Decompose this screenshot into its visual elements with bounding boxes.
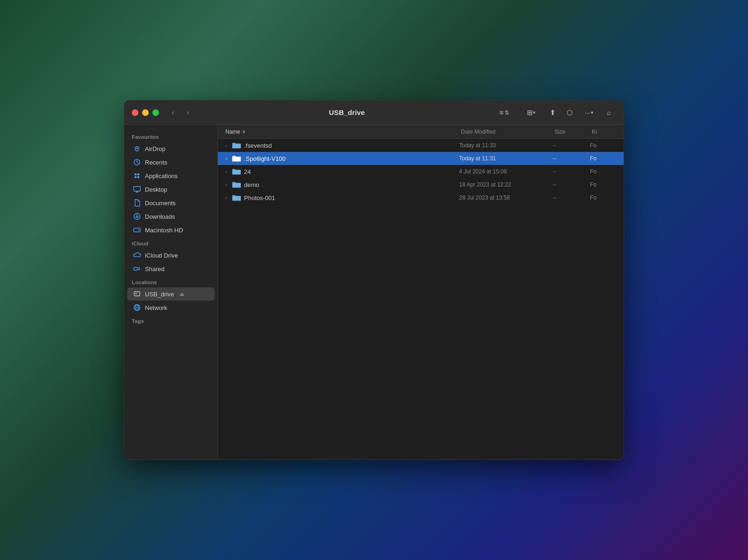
icloud-drive-label: iCloud Drive [145, 252, 178, 259]
file-date-label: 18 Apr 2023 at 12:22 [459, 181, 553, 188]
forward-button[interactable]: › [181, 106, 194, 119]
file-kind-label: Fo [590, 181, 618, 188]
sidebar-item-recents[interactable]: Recents [127, 156, 215, 169]
sidebar: Favourites AirDrop [124, 125, 218, 459]
sidebar-item-desktop[interactable]: Desktop [127, 183, 215, 196]
sidebar-item-documents[interactable]: Documents [127, 196, 215, 209]
table-row[interactable]: › demo 18 Apr 2023 at 12:22 -- Fo [218, 178, 624, 191]
svg-point-0 [136, 148, 138, 151]
traffic-lights [132, 109, 159, 116]
file-kind-label: Fo [590, 155, 618, 162]
downloads-label: Downloads [145, 213, 175, 220]
svg-rect-2 [134, 187, 140, 191]
close-button[interactable] [132, 109, 138, 116]
sidebar-item-icloud-drive[interactable]: iCloud Drive [127, 249, 215, 262]
folder-icon [232, 168, 241, 175]
file-name-cell: › Photos-001 [223, 194, 459, 201]
file-kind-label: Fo [590, 142, 618, 149]
sidebar-item-usb-drive[interactable]: USB_drive ⏏ [127, 287, 215, 301]
sidebar-item-network[interactable]: Network [127, 301, 215, 314]
recents-icon [133, 158, 141, 166]
sidebar-item-macintosh-hd[interactable]: Macintosh HD [127, 223, 215, 237]
sidebar-item-airdrop[interactable]: AirDrop [127, 142, 215, 155]
airdrop-label: AirDrop [145, 145, 165, 152]
sidebar-item-shared[interactable]: Shared [127, 262, 215, 275]
file-name-label: 24 [244, 168, 251, 175]
expand-arrow-icon[interactable]: › [223, 169, 229, 174]
table-row[interactable]: › 24 4 Jul 2024 at 15:08 -- Fo [218, 165, 624, 178]
desktop-icon [133, 185, 141, 194]
file-name-cell: › demo [223, 181, 459, 188]
sidebar-item-applications[interactable]: Applications [127, 169, 215, 182]
documents-label: Documents [145, 200, 176, 207]
folder-icon [232, 194, 241, 201]
file-date-label: 4 Jul 2024 at 15:08 [459, 168, 553, 175]
column-headers: Name ∨ Date Modified Size Ki [218, 125, 624, 139]
forward-arrow-icon: › [187, 108, 189, 117]
recents-label: Recents [145, 159, 167, 166]
back-button[interactable]: ‹ [166, 106, 180, 119]
date-column-header[interactable]: Date Modified [459, 129, 553, 135]
maximize-button[interactable] [152, 109, 159, 116]
folder-icon [232, 155, 241, 162]
applications-label: Applications [145, 172, 178, 179]
size-column-header[interactable]: Size [553, 129, 590, 135]
finder-window: ‹ › USB_drive ≡ ⇅ ⊞ ▾ ⬆ ⬡ ··· [124, 100, 624, 460]
network-label: Network [145, 304, 167, 311]
file-name-label: .fseventsd [244, 142, 272, 149]
svg-rect-8 [135, 293, 137, 294]
network-icon [133, 303, 141, 312]
expand-arrow-icon[interactable]: › [223, 143, 229, 148]
svg-rect-6 [134, 267, 137, 270]
back-arrow-icon: ‹ [172, 108, 174, 117]
more-button[interactable]: ··· ▾ [579, 106, 599, 119]
name-column-header[interactable]: Name ∨ [223, 129, 459, 135]
list-view-button[interactable]: ≡ ⇅ [492, 106, 517, 119]
usb-drive-icon [133, 290, 141, 298]
sort-icon: ⇅ [504, 109, 509, 116]
file-kind-label: Fo [590, 194, 618, 201]
macintosh-hd-icon [133, 226, 141, 234]
folder-icon [232, 142, 241, 149]
file-name-cell: › .Spotlight-V100 [223, 155, 459, 162]
empty-rows [218, 204, 624, 401]
eject-button[interactable]: ⏏ [180, 291, 184, 297]
tag-icon: ⬡ [567, 108, 573, 117]
file-date-label: Today at 11:33 [459, 142, 553, 149]
search-button[interactable]: ⌕ [601, 106, 616, 119]
file-name-label: Photos-001 [244, 194, 275, 201]
folder-icon [232, 181, 241, 188]
tag-button[interactable]: ⬡ [562, 106, 577, 119]
table-row[interactable]: › .Spotlight-V100 Today at 11:31 -- Fo [218, 152, 624, 165]
files-container: › .fseventsd Today at 11:33 -- Fo › [218, 139, 624, 459]
shared-label: Shared [145, 266, 165, 273]
file-name-label: demo [244, 181, 259, 188]
window-title: USB_drive [202, 108, 492, 116]
file-name-cell: › 24 [223, 168, 459, 175]
table-row[interactable]: › Photos-001 28 Jul 2023 at 13:58 -- Fo [218, 191, 624, 204]
icloud-drive-icon [133, 251, 141, 259]
toolbar-actions: ≡ ⇅ ⊞ ▾ ⬆ ⬡ ··· ▾ ⌕ [492, 106, 616, 119]
expand-arrow-icon[interactable]: › [223, 182, 229, 187]
file-size-label: -- [553, 194, 590, 201]
more-icon: ··· [585, 108, 591, 116]
title-bar: ‹ › USB_drive ≡ ⇅ ⊞ ▾ ⬆ ⬡ ··· [124, 101, 624, 125]
table-row[interactable]: › .fseventsd Today at 11:33 -- Fo [218, 139, 624, 152]
grid-view-button[interactable]: ⊞ ▾ [519, 106, 543, 119]
airdrop-icon [133, 144, 141, 153]
file-size-label: -- [553, 142, 590, 149]
search-icon: ⌕ [607, 108, 611, 116]
minimize-button[interactable] [142, 109, 149, 116]
file-kind-label: Fo [590, 168, 618, 175]
file-list: Name ∨ Date Modified Size Ki › [218, 125, 624, 459]
share-button[interactable]: ⬆ [545, 106, 560, 119]
file-size-label: -- [553, 155, 590, 162]
list-icon: ≡ [500, 108, 504, 116]
expand-arrow-icon[interactable]: › [223, 195, 229, 201]
shared-icon [133, 265, 141, 273]
expand-arrow-icon[interactable]: › [223, 156, 229, 161]
sidebar-item-downloads[interactable]: Downloads [127, 210, 215, 223]
kind-column-header[interactable]: Ki [590, 129, 618, 135]
sort-direction-icon: ∨ [242, 129, 245, 134]
share-icon: ⬆ [550, 108, 556, 117]
